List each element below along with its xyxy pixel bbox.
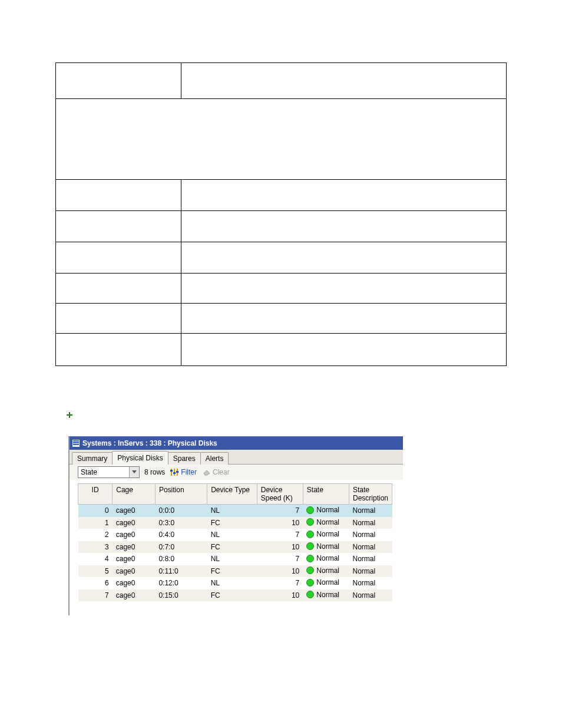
- tab-alerts[interactable]: Alerts: [200, 452, 229, 465]
- state-label: Normal: [316, 542, 339, 551]
- svg-rect-6: [170, 470, 173, 472]
- filter-icon: [170, 468, 179, 476]
- blank-outline-table: [55, 62, 507, 366]
- eraser-icon: [201, 469, 211, 476]
- state-label: Normal: [316, 506, 339, 514]
- group-by-value: State: [78, 467, 129, 477]
- plus-icon: [66, 411, 73, 420]
- status-dot-icon: [306, 531, 314, 538]
- svg-rect-1: [67, 414, 72, 416]
- col-header[interactable]: Device Type: [207, 484, 257, 505]
- disks-table[interactable]: IDCagePositionDevice TypeDeviceSpeed (K)…: [78, 483, 392, 601]
- filter-label: Filter: [181, 468, 197, 476]
- state-label: Normal: [316, 578, 339, 587]
- tab-spares[interactable]: Spares: [168, 452, 201, 465]
- group-by-combo[interactable]: State: [78, 466, 140, 478]
- table-row[interactable]: 7cage00:15:0FC10NormalNormal: [78, 589, 392, 602]
- status-dot-icon: [306, 555, 314, 562]
- svg-rect-7: [173, 472, 176, 474]
- state-label: Normal: [316, 591, 339, 599]
- table-row[interactable]: 1cage00:3:0FC10NormalNormal: [78, 517, 392, 529]
- row-count: 8 rows: [144, 468, 165, 476]
- status-dot-icon: [306, 566, 314, 574]
- filter-button[interactable]: Filter: [170, 468, 197, 476]
- status-dot-icon: [306, 591, 314, 598]
- svg-rect-8: [176, 471, 178, 473]
- status-dot-icon: [306, 579, 314, 587]
- tab-physical-disks[interactable]: Physical Disks: [112, 451, 168, 465]
- toolbar: State 8 rows Filter Clear: [70, 465, 403, 480]
- state-label: Normal: [316, 566, 339, 575]
- status-dot-icon: [306, 506, 314, 514]
- table-row[interactable]: 0cage00:0:0NL7NormalNormal: [78, 505, 392, 517]
- state-label: Normal: [316, 554, 339, 562]
- clear-button: Clear: [201, 468, 230, 476]
- col-header[interactable]: StateDescription: [349, 484, 392, 505]
- table-row[interactable]: 4cage00:8:0NL7NormalNormal: [78, 553, 392, 565]
- status-dot-icon: [306, 542, 314, 550]
- status-dot-icon: [306, 518, 314, 526]
- col-header[interactable]: Cage: [113, 484, 156, 505]
- state-label: Normal: [316, 530, 339, 538]
- clear-label: Clear: [213, 468, 230, 476]
- table-row[interactable]: 6cage00:12:0NL7NormalNormal: [78, 577, 392, 589]
- col-header[interactable]: ID: [78, 484, 113, 505]
- tab-strip: SummaryPhysical DisksSparesAlerts: [70, 450, 403, 465]
- col-header[interactable]: DeviceSpeed (K): [257, 484, 303, 505]
- svg-rect-3: [171, 469, 172, 476]
- table-row[interactable]: 5cage00:11:0FC10NormalNormal: [78, 565, 392, 578]
- app-icon: [72, 439, 80, 447]
- table-row[interactable]: 3cage00:7:0FC10NormalNormal: [78, 541, 392, 554]
- window-title: Systems : InServs : 338 : Physical Disks: [82, 437, 217, 450]
- chevron-down-icon[interactable]: [129, 467, 139, 477]
- title-bar[interactable]: Systems : InServs : 338 : Physical Disks: [70, 437, 403, 450]
- table-row[interactable]: 2cage00:4:0NL7NormalNormal: [78, 529, 392, 541]
- physical-disks-window: Systems : InServs : 338 : Physical Disks…: [68, 436, 403, 615]
- state-label: Normal: [316, 518, 339, 526]
- col-header[interactable]: State: [303, 484, 349, 505]
- col-header[interactable]: Position: [155, 484, 207, 505]
- tab-summary[interactable]: Summary: [72, 452, 113, 465]
